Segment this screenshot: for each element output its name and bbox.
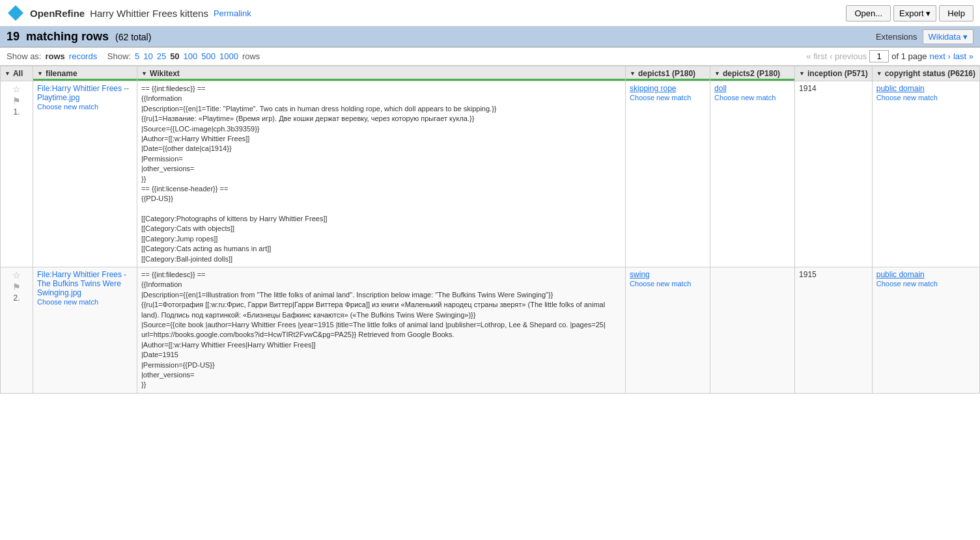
row2-depicts1-value[interactable]: swing [630, 270, 650, 279]
row1-depicts2-cell: doll Choose new match [710, 81, 795, 267]
col-header-filename: ▼ filename [33, 66, 137, 81]
row1-inception-value: 1914 [799, 84, 817, 93]
header-left: OpenRefine Harry Whittier Frees kittens … [7, 4, 846, 22]
row2-filename-choose-match[interactable]: Choose new match [37, 298, 98, 306]
col-wikitext-dropdown[interactable]: ▼ [141, 70, 147, 77]
table-header-row: ▼ All ▼ filename ▼ Wikitext ▼ depi [1, 66, 980, 81]
table-row: ☆ ⚑ 1. File:Harry Whittier Frees -- Play… [1, 81, 980, 267]
row1-star-icon[interactable]: ☆ [12, 84, 21, 94]
show-10[interactable]: 10 [143, 51, 152, 61]
project-name: Harry Whittier Frees kittens [90, 8, 208, 19]
table-body: ☆ ⚑ 1. File:Harry Whittier Frees -- Play… [1, 81, 980, 394]
col-all-dropdown[interactable]: ▼ [5, 70, 10, 77]
show-5[interactable]: 5 [135, 51, 139, 61]
row1-copyright-value[interactable]: public domain [876, 84, 925, 93]
col-inception-label: inception (P571) [807, 69, 868, 78]
view-records-link[interactable]: records [69, 51, 97, 61]
col-depicts1-label: depicts1 (P180) [638, 69, 695, 78]
col-header-wikitext: ▼ Wikitext [137, 66, 626, 81]
matching-label: matching rows [26, 30, 109, 43]
next-page-nav[interactable]: next › [929, 51, 951, 61]
row1-copyright-choose-match[interactable]: Choose new match [876, 94, 938, 101]
col-filename-dropdown[interactable]: ▼ [37, 70, 43, 77]
row2-depicts2-cell [710, 267, 795, 394]
row1-flag-icon[interactable]: ⚑ [12, 96, 21, 106]
row2-star-icon[interactable]: ☆ [12, 270, 21, 280]
row1-actions: ☆ ⚑ 1. [1, 81, 33, 267]
matching-count: 19 [7, 30, 20, 43]
col-depicts1-dropdown[interactable]: ▼ [630, 70, 636, 77]
permalink-link[interactable]: Permalink [214, 8, 251, 18]
extensions-label: Extensions [876, 32, 917, 42]
row1-num: 1. [13, 107, 20, 116]
col-copyright-dropdown[interactable]: ▼ [876, 70, 882, 77]
wikidata-button[interactable]: Wikidata ▾ [923, 29, 973, 44]
row2-copyright-choose-match[interactable]: Choose new match [876, 280, 938, 288]
first-page-nav[interactable]: « first [806, 51, 827, 61]
export-button[interactable]: Export ▾ [893, 5, 936, 21]
row2-inception-cell: 1915 [795, 267, 873, 394]
col-inception-dropdown[interactable]: ▼ [799, 70, 805, 77]
row2-copyright-cell: public domain Choose new match [872, 267, 979, 394]
row1-depicts2-value[interactable]: doll [714, 84, 727, 93]
help-button[interactable]: Help [939, 5, 973, 21]
row1-wikitext-cell: == {{int:filedesc}} == {{Information |De… [137, 81, 626, 267]
row1-filename-cell: File:Harry Whittier Frees -- Playtime.jp… [33, 81, 137, 267]
pagination: « first ‹ previous of 1 page next › last… [806, 50, 973, 62]
toolbar: 19 matching rows (62 total) Extensions W… [0, 27, 980, 47]
row2-flag-icon[interactable]: ⚑ [12, 282, 21, 292]
prev-page-nav[interactable]: ‹ previous [830, 51, 867, 61]
show-row: Show as: rows records Show: 5 10 25 50 1… [0, 47, 980, 66]
row1-depicts1-choose-match[interactable]: Choose new match [630, 94, 691, 101]
col-copyright-label: copyright status (P6216) [885, 69, 975, 78]
show-50[interactable]: 50 [170, 51, 179, 61]
show-as-label: Show as: [7, 51, 41, 61]
header-buttons: Open... Export ▾ Help [846, 5, 973, 21]
of-page-label: of 1 page [891, 51, 927, 61]
show-25[interactable]: 25 [157, 51, 166, 61]
row2-depicts1-choose-match[interactable]: Choose new match [630, 280, 691, 288]
row1-depicts2-choose-match[interactable]: Choose new match [714, 94, 776, 101]
row1-filename-link[interactable]: File:Harry Whittier Frees -- Playtime.jp… [37, 84, 129, 102]
table-row: ☆ ⚑ 2. File:Harry Whittier Frees - The B… [1, 267, 980, 394]
col-depicts2-dropdown[interactable]: ▼ [714, 70, 720, 77]
row1-depicts1-cell: skipping rope Choose new match [626, 81, 710, 267]
row1-wikitext: == {{int:filedesc}} == {{Information |De… [141, 84, 621, 264]
view-rows-link[interactable]: rows [45, 51, 64, 61]
row1-copyright-cell: public domain Choose new match [872, 81, 979, 267]
row1-filename-choose-match[interactable]: Choose new match [37, 103, 98, 111]
row2-filename-cell: File:Harry Whittier Frees - The Bufkins … [33, 267, 137, 394]
header: OpenRefine Harry Whittier Frees kittens … [0, 0, 980, 27]
data-table: ▼ All ▼ filename ▼ Wikitext ▼ depi [0, 66, 980, 394]
page-input[interactable] [869, 50, 889, 62]
matching-rows: 19 matching rows (62 total) [7, 30, 871, 44]
col-filename-label: filename [46, 69, 77, 78]
col-depicts2-label: depicts2 (P180) [723, 69, 780, 78]
col-header-actions: ▼ All [1, 66, 33, 81]
open-button[interactable]: Open... [846, 5, 891, 21]
row1-depicts1-value[interactable]: skipping rope [630, 84, 676, 93]
row2-wikitext: == {{int:filedesc}} == {{Information |De… [141, 270, 621, 390]
openrefine-logo [7, 4, 25, 22]
col-wikitext-label: Wikitext [150, 69, 180, 78]
row2-filename-link[interactable]: File:Harry Whittier Frees - The Bufkins … [37, 270, 126, 297]
row2-inception-value: 1915 [799, 270, 817, 279]
col-all-label: All [13, 69, 23, 78]
row2-copyright-value[interactable]: public domain [876, 270, 925, 279]
total-label: (62 total) [115, 32, 151, 42]
row2-depicts1-cell: swing Choose new match [626, 267, 710, 394]
row2-num: 2. [13, 293, 20, 303]
show-500[interactable]: 500 [201, 51, 216, 61]
rows-label: rows [242, 51, 260, 61]
row2-wikitext-cell: == {{int:filedesc}} == {{Information |De… [137, 267, 626, 394]
col-header-copyright: ▼ copyright status (P6216) [872, 66, 979, 81]
col-header-depicts1: ▼ depicts1 (P180) [626, 66, 710, 81]
show-100[interactable]: 100 [184, 51, 198, 61]
show-1000[interactable]: 1000 [219, 51, 238, 61]
col-header-depicts2: ▼ depicts2 (P180) [710, 66, 795, 81]
last-page-nav[interactable]: last » [953, 51, 973, 61]
row1-inception-cell: 1914 [795, 81, 873, 267]
row2-actions: ☆ ⚑ 2. [1, 267, 33, 394]
app-title: OpenRefine [30, 8, 85, 19]
show-label: Show: [107, 51, 131, 61]
